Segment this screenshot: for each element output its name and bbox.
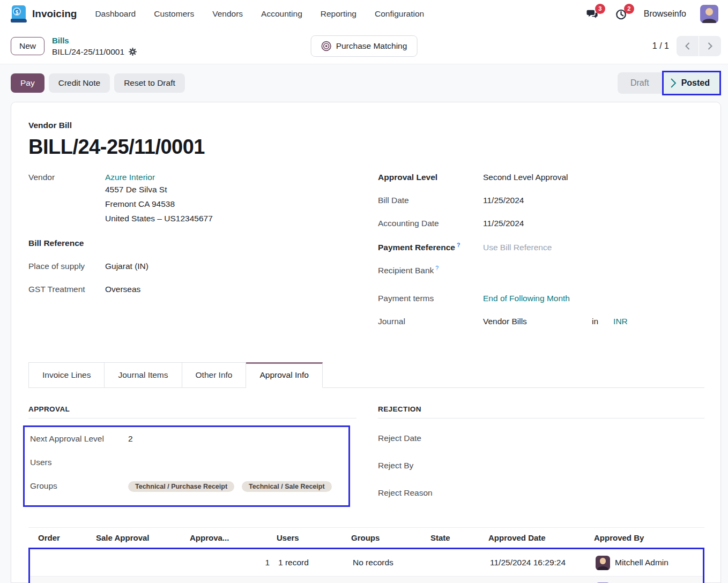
accounting-date-label: Accounting Date bbox=[378, 219, 483, 228]
vendor-address-line: United States – US12345677 bbox=[105, 211, 213, 226]
cell-users: 1 record bbox=[278, 558, 353, 567]
payment-terms-link[interactable]: End of Following Month bbox=[483, 294, 570, 303]
column-sale-approval[interactable]: Sale Approval bbox=[96, 533, 190, 542]
breadcrumb: Bills BILL/24-25/11/0001 bbox=[52, 35, 137, 57]
reset-to-draft-button[interactable]: Reset to Draft bbox=[114, 73, 185, 93]
column-approval-level[interactable]: Approva... bbox=[190, 533, 277, 542]
activities-icon[interactable]: 2 bbox=[615, 7, 630, 21]
column-approved-date[interactable]: Approved Date bbox=[488, 533, 594, 542]
purchase-matching-label: Purchase Matching bbox=[336, 41, 407, 51]
status-chevron-icon bbox=[670, 78, 677, 88]
notebook-tabs: Invoice Lines Journal Items Other Info A… bbox=[28, 362, 704, 388]
approval-highlight-box: Next Approval Level 2 Users Groups Techn… bbox=[23, 425, 350, 507]
next-approval-level-field[interactable]: 2 bbox=[128, 434, 133, 444]
approval-info-pane: APPROVAL Next Approval Level 2 Users Gro… bbox=[28, 388, 704, 583]
table-highlight-box: 1 1 record No records 11/25/2024 16:29:2… bbox=[28, 548, 704, 583]
menu-customers[interactable]: Customers bbox=[154, 9, 194, 19]
journal-in-label: in bbox=[592, 317, 598, 326]
approval-section-title: APPROVAL bbox=[28, 405, 356, 418]
vendor-address-line: 4557 De Silva St bbox=[105, 182, 213, 197]
bullseye-icon bbox=[321, 41, 332, 51]
pager-count: 1 / 1 bbox=[652, 41, 669, 51]
purchase-matching-button[interactable]: Purchase Matching bbox=[311, 35, 418, 57]
reject-reason-label: Reject Reason bbox=[378, 488, 483, 498]
place-of-supply-field[interactable]: Gujarat (IN) bbox=[105, 261, 148, 271]
reject-date-label: Reject Date bbox=[378, 433, 483, 443]
tab-other-info[interactable]: Other Info bbox=[182, 362, 247, 388]
vendor-address-line: Fremont CA 94538 bbox=[105, 197, 213, 211]
gst-treatment-field[interactable]: Overseas bbox=[105, 285, 140, 294]
help-icon[interactable]: ? bbox=[457, 242, 460, 248]
bill-date-field[interactable]: 11/25/2024 bbox=[483, 196, 524, 205]
approval-level-field[interactable]: Second Level Approval bbox=[483, 173, 568, 182]
table-header-row: Order Sale Approval Approva... Users Gro… bbox=[28, 527, 704, 548]
payment-reference-field[interactable]: Use Bill Reference bbox=[483, 243, 552, 252]
table-row[interactable]: 1 1 record No records 11/25/2024 16:29:2… bbox=[30, 549, 703, 576]
status-posted[interactable]: Posted bbox=[662, 71, 721, 95]
tab-approval-info[interactable]: Approval Info bbox=[246, 362, 322, 388]
new-button[interactable]: New bbox=[11, 37, 44, 55]
help-icon[interactable]: ? bbox=[435, 265, 439, 271]
control-panel: New Bills BILL/24-25/11/0001 Purchase Ma… bbox=[0, 28, 728, 64]
journal-field[interactable]: Vendor Bills bbox=[483, 317, 592, 326]
bill-date-label: Bill Date bbox=[378, 196, 483, 205]
cell-groups: No records bbox=[353, 558, 432, 567]
cell-approved-date: 11/25/2024 16:29:24 bbox=[490, 558, 596, 567]
breadcrumb-current: BILL/24-25/11/0001 bbox=[52, 46, 124, 57]
status-draft[interactable]: Draft bbox=[618, 72, 662, 94]
menu-vendors[interactable]: Vendors bbox=[212, 9, 243, 19]
accounting-date-field[interactable]: 11/25/2024 bbox=[483, 219, 524, 228]
payment-reference-label: Payment Reference? bbox=[378, 242, 483, 252]
pager-previous-button[interactable] bbox=[677, 36, 699, 56]
groups-label: Groups bbox=[30, 481, 128, 491]
column-state[interactable]: State bbox=[430, 533, 488, 542]
form-sheet: Vendor Bill BILL/24-25/11/0001 Vendor Az… bbox=[11, 102, 721, 583]
cell-approval-level: 1 bbox=[191, 558, 278, 567]
app-logo-icon[interactable]: $ bbox=[11, 5, 27, 23]
group-tag[interactable]: Technical / Sale Receipt bbox=[242, 481, 332, 492]
status-bar: Draft Posted bbox=[618, 71, 721, 95]
menu-configuration[interactable]: Configuration bbox=[375, 9, 424, 19]
journal-currency-link[interactable]: INR bbox=[613, 317, 628, 326]
document-name: BILL/24-25/11/0001 bbox=[28, 136, 704, 159]
user-menu[interactable]: Browseinfo bbox=[644, 9, 686, 19]
approval-lines-table: Order Sale Approval Approva... Users Gro… bbox=[28, 527, 704, 583]
group-tag[interactable]: Technical / Purchase Receipt bbox=[128, 481, 234, 492]
column-groups[interactable]: Groups bbox=[351, 533, 430, 542]
pager-next-button[interactable] bbox=[699, 36, 721, 56]
breadcrumb-bills-link[interactable]: Bills bbox=[52, 35, 137, 46]
rejection-section-title: REJECTION bbox=[378, 405, 704, 418]
approval-level-label: Approval Level bbox=[378, 173, 483, 182]
column-approved-by[interactable]: Approved By bbox=[594, 533, 704, 542]
gst-treatment-label: GST Treatment bbox=[28, 285, 105, 294]
tab-journal-items[interactable]: Journal Items bbox=[105, 362, 182, 388]
next-approval-level-label: Next Approval Level bbox=[30, 434, 128, 444]
credit-note-button[interactable]: Credit Note bbox=[49, 73, 110, 93]
status-posted-label: Posted bbox=[681, 78, 710, 88]
app-name[interactable]: Invoicing bbox=[32, 8, 77, 20]
menu-accounting[interactable]: Accounting bbox=[261, 9, 302, 19]
vendor-link[interactable]: Azure Interior bbox=[105, 173, 213, 182]
menu-reporting[interactable]: Reporting bbox=[321, 9, 356, 19]
messages-badge: 3 bbox=[595, 4, 605, 14]
menu-dashboard[interactable]: Dashboard bbox=[95, 9, 136, 19]
action-bar: Pay Credit Note Reset to Draft Draft Pos… bbox=[0, 64, 728, 102]
column-users[interactable]: Users bbox=[277, 533, 351, 542]
users-label: Users bbox=[30, 458, 128, 467]
top-nav: $ Invoicing Dashboard Customers Vendors … bbox=[0, 0, 728, 28]
gear-icon[interactable] bbox=[128, 47, 137, 56]
activities-badge: 2 bbox=[624, 4, 634, 14]
bill-reference-label: Bill Reference bbox=[28, 238, 105, 248]
recipient-bank-label: Recipient Bank? bbox=[378, 265, 483, 275]
place-of-supply-label: Place of supply bbox=[28, 261, 105, 271]
main-menu: Dashboard Customers Vendors Accounting R… bbox=[95, 9, 424, 19]
vendor-label: Vendor bbox=[28, 173, 105, 182]
user-avatar[interactable] bbox=[700, 5, 718, 23]
pay-button[interactable]: Pay bbox=[11, 73, 44, 93]
table-row[interactable]: 2 No records 2 records 11/25/2024 17:00:… bbox=[30, 576, 703, 583]
messages-icon[interactable]: 3 bbox=[586, 7, 601, 21]
column-order[interactable]: Order bbox=[38, 533, 96, 542]
cell-approved-by: Mitchell Admin bbox=[615, 558, 668, 567]
payment-terms-label: Payment terms bbox=[378, 294, 483, 303]
tab-invoice-lines[interactable]: Invoice Lines bbox=[28, 362, 105, 388]
